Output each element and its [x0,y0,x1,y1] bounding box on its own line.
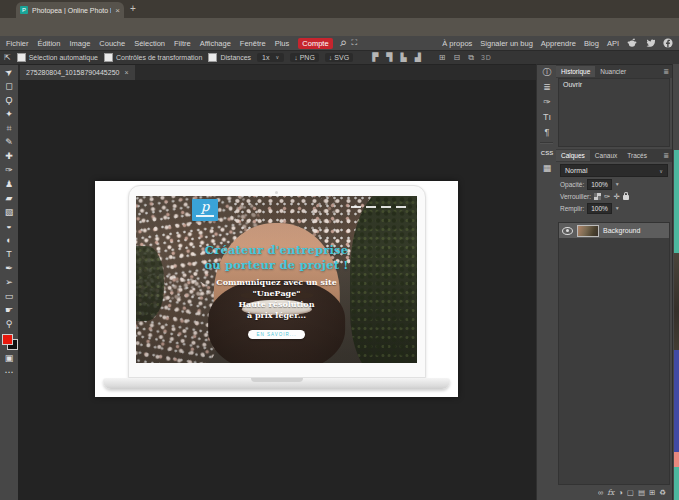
adjustments-icon[interactable]: ≣ [537,80,557,95]
auto-select-checkbox[interactable]: Sélection automatique [17,53,98,62]
menu-affichage[interactable]: Affichage [200,39,231,48]
tab-canaux[interactable]: Canaux [590,150,622,161]
checkbox-icon[interactable] [17,53,26,62]
link-signaler-bug[interactable]: Signaler un bug [480,39,533,48]
color-swatches[interactable] [0,333,18,349]
export-svg-button[interactable]: ↓ SVG [325,53,353,62]
reddit-icon[interactable] [627,38,637,48]
tab-close-icon[interactable]: × [115,6,120,15]
tool-magic-wand-button[interactable]: ✦ [0,107,18,121]
layers-arrange-icon[interactable]: ⧉ [468,53,474,63]
tool-zoom-button[interactable]: ⚲ [0,317,18,331]
tool-spot-healing-button[interactable]: ✚ [0,149,18,163]
tool-brush-button[interactable]: ✑ [0,163,18,177]
menu-filtre[interactable]: Filtre [174,39,191,48]
menu-search-icon[interactable]: ⚲ [337,38,348,49]
tool-clone-stamp-button[interactable]: ♟ [0,177,18,191]
tool-dodge-button[interactable]: ◐ [0,233,18,247]
tool-hand-button[interactable]: ☛ [0,303,18,317]
distribute-icon[interactable]: ⊟ [453,53,460,62]
tool-rectangle-select-button[interactable]: ◻ [0,79,18,93]
distribute-icon[interactable]: ⊞ [439,53,446,62]
layer-row-background[interactable]: Background [559,223,669,238]
tool-eraser-button[interactable]: ▰ [0,191,18,205]
paragraph-panel-icon[interactable]: ¶ [537,125,557,140]
align-center-icon[interactable]: ▜ [386,53,392,62]
lock-transparency-icon[interactable] [594,193,601,200]
link-a-propos[interactable]: À propos [442,39,472,48]
layer-mask-icon[interactable]: ▢ [627,488,634,497]
new-group-icon[interactable]: ▤ [638,488,645,497]
account-button[interactable]: Compte [298,38,332,49]
tool-path-select-button[interactable]: ➢ [0,275,18,289]
brush-settings-icon[interactable]: ✑ [537,95,557,110]
tool-shape-button[interactable]: ▭ [0,289,18,303]
fill-value[interactable]: 100% [587,203,612,214]
facebook-icon[interactable] [663,38,673,48]
document-tab[interactable]: 275280804_10158790445250 × [20,65,135,80]
transform-controls-checkbox[interactable]: Contrôles de transformation [104,53,202,62]
canvas-area[interactable]: p Créateur d'entreprise ou porteur de pr… [18,80,536,500]
css-panel-icon[interactable]: CSS [537,146,557,161]
image-panel-icon[interactable]: ▦ [537,161,557,176]
menu-edition[interactable]: Édition [38,39,61,48]
foreground-color-swatch[interactable] [2,334,13,345]
link-api[interactable]: API [607,39,619,48]
distances-checkbox[interactable]: Distances [208,53,251,62]
new-tab-button[interactable]: + [130,3,136,14]
info-icon[interactable]: ⓘ [537,65,557,80]
browser-tab[interactable]: P Photopea | Online Photo Editor × [16,2,124,18]
tab-traces[interactable]: Tracés [622,150,652,161]
layer-visibility-eye-icon[interactable] [562,227,573,235]
zoom-select[interactable]: 1x ∨ [257,53,284,62]
layer-thumbnail[interactable] [577,225,599,237]
checkbox-icon[interactable] [104,53,113,62]
more-tools-button[interactable]: ⋯ [0,365,18,379]
document-tab-close-icon[interactable]: × [124,69,128,76]
menu-image[interactable]: Image [69,39,90,48]
tool-pen-button[interactable]: ✒ [0,261,18,275]
open-document[interactable]: p Créateur d'entreprise ou porteur de pr… [95,181,458,397]
tool-eyedropper-button[interactable]: ✎ [0,135,18,149]
tab-calques[interactable]: Calques [556,150,590,161]
menu-selection[interactable]: Sélection [134,39,165,48]
align-top-icon[interactable]: ▟ [415,53,421,62]
menu-plus[interactable]: Plus [275,39,290,48]
character-panel-icon[interactable]: Tı [537,110,557,125]
menu-couche[interactable]: Couche [99,39,125,48]
tool-crop-button[interactable]: ⌗ [0,121,18,135]
twitter-icon[interactable] [645,38,655,48]
ad-banner-strip[interactable] [672,64,679,500]
link-layers-icon[interactable]: ∞ [598,488,603,497]
link-blog[interactable]: Blog [584,39,599,48]
3d-label[interactable]: 3D [481,54,492,61]
align-left-icon[interactable]: ▛ [372,53,378,62]
tab-nuancier[interactable]: Nuancier [595,66,631,77]
adjustment-layer-icon[interactable]: ◑ [618,488,623,497]
tool-gradient-button[interactable]: ▧ [0,205,18,219]
tool-type-button[interactable]: T [0,247,18,261]
chevron-down-icon[interactable]: ▼ [615,181,620,187]
menu-fichier[interactable]: Fichier [6,39,29,48]
opacity-value[interactable]: 100% [587,179,612,190]
lock-all-icon[interactable] [623,195,629,200]
align-right-icon[interactable]: ▙ [400,53,406,62]
lock-move-icon[interactable]: ✛ [613,192,619,201]
fullscreen-icon[interactable]: ⛶ [351,38,357,48]
delete-layer-icon[interactable]: ♻ [659,488,666,497]
new-layer-icon[interactable]: ⊞ [649,488,655,497]
checkbox-icon[interactable] [208,53,217,62]
tool-lasso-button[interactable]: Ϙ [0,93,18,107]
panel-menu-icon[interactable]: ≣ [660,152,672,160]
link-apprendre[interactable]: Apprendre [541,39,576,48]
panel-menu-icon[interactable]: ≣ [660,68,672,76]
tab-historique[interactable]: Historique [556,66,595,77]
tool-blur-button[interactable]: ◒ [0,219,18,233]
screen-mode-button[interactable]: ▣ [0,351,18,365]
export-png-button[interactable]: ↓ PNG [290,53,319,62]
blend-mode-select[interactable]: Normal ∨ [560,164,668,177]
lock-paint-icon[interactable]: ✑ [604,192,610,201]
layer-effects-icon[interactable]: fx [607,488,614,497]
history-entry[interactable]: Ouvrir [559,79,669,90]
chevron-down-icon[interactable]: ▼ [615,205,620,211]
